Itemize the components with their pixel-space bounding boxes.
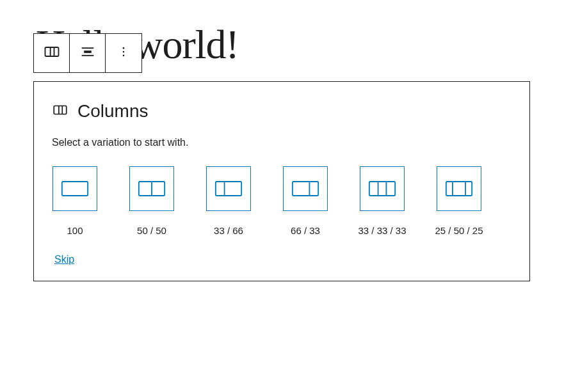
variation-25-50-25[interactable]: 25 / 50 / 25 [436, 166, 482, 236]
more-options-button[interactable] [106, 34, 141, 72]
col-50-50-icon [129, 166, 174, 211]
variation-33-33-33[interactable]: 33 / 33 / 33 [359, 166, 405, 236]
col-100-icon [52, 166, 97, 211]
variation-picker: 10050 / 5033 / 6666 / 3333 / 33 / 3325 /… [52, 166, 512, 236]
skip-link[interactable]: Skip [54, 254, 74, 265]
svg-point-7 [123, 51, 125, 53]
block-type-button[interactable] [34, 34, 70, 72]
svg-rect-9 [54, 106, 67, 114]
columns-placeholder: Columns Select a variation to start with… [33, 81, 530, 281]
variation-50-50[interactable]: 50 / 50 [129, 166, 175, 236]
variation-label: 25 / 50 / 25 [435, 225, 483, 236]
variation-label: 50 / 50 [137, 225, 166, 236]
more-vertical-icon [117, 45, 130, 61]
svg-point-6 [123, 47, 125, 49]
col-33-66-icon [206, 166, 251, 211]
col-66-33-icon [283, 166, 328, 211]
variation-66-33[interactable]: 66 / 33 [282, 166, 328, 236]
col-25-50-25-icon [437, 166, 481, 211]
editor-canvas: Hello world! [0, 0, 564, 392]
variation-100[interactable]: 100 [52, 166, 98, 236]
columns-icon [43, 43, 61, 63]
align-icon [79, 43, 97, 63]
svg-rect-19 [369, 182, 395, 196]
placeholder-instructions: Select a variation to start with. [52, 137, 512, 148]
block-toolbar [33, 33, 142, 73]
variation-33-66[interactable]: 33 / 66 [205, 166, 252, 236]
align-button[interactable] [70, 34, 106, 72]
columns-icon [52, 102, 68, 121]
variation-label: 66 / 33 [291, 225, 320, 236]
svg-rect-22 [446, 182, 472, 196]
svg-rect-12 [62, 182, 88, 196]
svg-rect-17 [293, 182, 318, 196]
placeholder-header: Columns [52, 101, 512, 122]
svg-point-8 [123, 55, 125, 57]
placeholder-title: Columns [77, 101, 148, 122]
variation-label: 100 [67, 225, 83, 236]
variation-label: 33 / 33 / 33 [358, 225, 406, 236]
svg-rect-0 [45, 47, 58, 56]
col-33-33-33-icon [360, 166, 405, 211]
variation-label: 33 / 66 [214, 225, 243, 236]
svg-rect-15 [216, 182, 241, 196]
